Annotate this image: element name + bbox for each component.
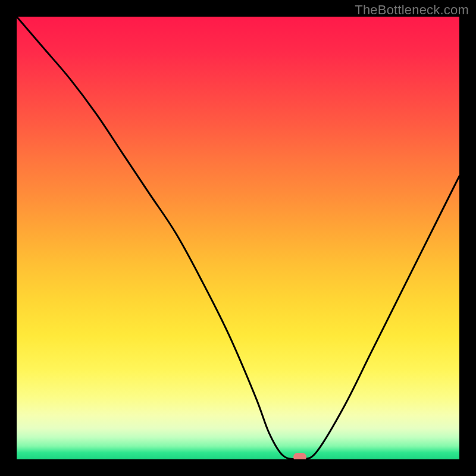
- optimal-marker: [293, 453, 306, 459]
- bottleneck-curve: [17, 17, 459, 459]
- watermark-text: TheBottleneck.com: [355, 2, 469, 18]
- plot-area: [17, 17, 459, 459]
- chart-frame: [0, 0, 476, 476]
